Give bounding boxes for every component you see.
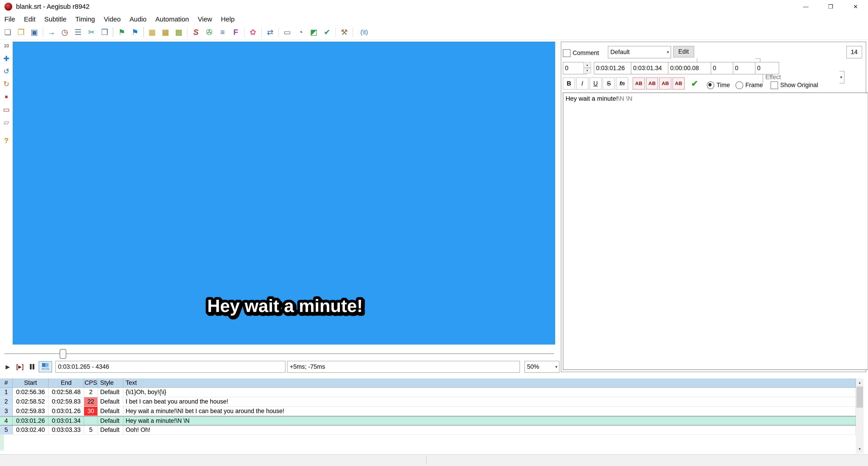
secondary-color-button[interactable]: AB [646,77,658,90]
video-position-display[interactable] [55,361,285,373]
seek-thumb[interactable] [60,349,66,359]
show-original-group[interactable]: Show Original [771,80,818,90]
visual-scale-tool[interactable]: ■ [1,91,12,103]
fonts-collector-button[interactable]: F [229,26,243,39]
video-zoom-select[interactable]: 50% ▾ [524,361,560,373]
close-button[interactable]: ✕ [843,0,868,13]
subtitle-text-editor[interactable]: Hey wait a minute!\N \N [563,92,868,370]
time-radio[interactable] [707,82,714,89]
menu-file[interactable]: File [0,13,20,25]
subtitle-row-5[interactable]: 5 0:03:02.40 0:03:03.33 5 Default Ooh! O… [0,426,856,435]
menu-help[interactable]: Help [217,13,239,25]
scroll-up-button[interactable]: ▲ [856,378,864,387]
select-lines-button[interactable]: ☰ [71,26,85,39]
minimize-button[interactable]: — [793,0,818,13]
menu-timing[interactable]: Timing [71,13,99,25]
menu-edit[interactable]: Edit [20,13,40,25]
visual-drag-tool[interactable]: ✚ [1,53,12,64]
start-time-field[interactable] [594,62,633,75]
open-subtitles-button[interactable]: ❐ [14,26,28,39]
col-header-start[interactable]: Start [13,378,49,388]
frame-radio-group[interactable]: Frame [736,80,763,90]
show-original-checkbox[interactable] [771,82,778,89]
bold-button[interactable]: B [563,77,575,90]
shift-start-to-frame-button[interactable]: ▦ [146,26,159,39]
menu-view[interactable]: View [193,13,216,25]
comment-checkbox-group[interactable]: Comment [563,48,599,57]
video-seek-bar[interactable] [4,349,554,358]
translation-assistant-button[interactable]: ⇄ [264,26,277,39]
menu-audio[interactable]: Audio [125,13,151,25]
scrollbar-thumb[interactable] [857,387,863,408]
underline-button[interactable]: U [590,77,602,90]
menu-subtitle[interactable]: Subtitle [40,13,71,25]
play-selection-button[interactable]: [ ▶ ] [14,361,26,372]
shift-end-to-frame-button[interactable]: ▦ [159,26,172,39]
frame-radio[interactable] [736,82,743,89]
margin-left-field[interactable] [711,62,735,75]
pause-button[interactable] [27,361,38,372]
properties-button[interactable]: ≡ [216,26,229,39]
subtitle-row-3[interactable]: 3 0:02:59.83 0:03:01.26 30 Default Hey w… [0,407,856,416]
jump-to-button[interactable]: → [45,26,58,39]
end-time-field[interactable] [631,62,671,75]
snap-end-to-video-button[interactable]: ⚑ [128,26,142,39]
visual-clip-tool[interactable]: ▭ [1,104,12,115]
menu-automation[interactable]: Automation [151,13,193,25]
font-face-button[interactable]: fn [616,77,628,90]
menu-video[interactable]: Video [99,13,125,25]
layer-field[interactable] [563,62,586,75]
subtitle-row-1[interactable]: 1 0:02:56.36 0:02:58.48 2 Default {\i1}O… [0,388,856,397]
italic-button[interactable]: I [576,77,588,90]
margin-vertical-field[interactable] [755,62,779,75]
grid-scrollbar[interactable]: ▲ ▼ [856,378,864,453]
subtitle-row-2[interactable]: 2 0:02:58.52 0:02:59.83 22 Default I bet… [0,397,856,407]
snap-start-to-video-button[interactable]: ⚑ [115,26,128,39]
shift-times-button[interactable]: ◷ [58,26,71,39]
strikeout-button[interactable]: S [602,77,615,90]
help-button[interactable]: ? [1,135,12,146]
kanji-timer-button[interactable]: ◩ [307,26,320,39]
maximize-button[interactable]: ❐ [818,0,843,13]
video-zoom-indicator[interactable]: 10 [1,40,12,52]
shadow-color-button[interactable]: AB [673,77,685,90]
styling-assistant-button[interactable]: ✿ [246,26,260,39]
layer-spin-down[interactable]: ▼ [583,68,591,74]
new-subtitles-button[interactable]: ❏ [1,26,14,39]
col-header-cps[interactable]: CPS [84,378,98,388]
primary-color-button[interactable]: AB [633,77,645,90]
time-radio-group[interactable]: Time [707,80,730,90]
video-display[interactable]: Hey wait a minute! [13,41,555,345]
comment-checkbox[interactable] [563,49,570,57]
play-button[interactable]: ▶ [2,361,13,372]
style-select[interactable]: Default ▾ [608,46,671,58]
col-header-text[interactable]: Text [123,378,856,388]
edit-style-button[interactable]: Edit [673,46,694,57]
margin-right-field[interactable] [733,62,757,75]
keyframe-distance-display[interactable] [287,361,520,373]
visual-rotate-xy-tool[interactable]: ↻ [1,79,12,90]
save-subtitles-button[interactable]: ▣ [28,26,41,39]
attachments-button[interactable]: ✇ [203,26,216,39]
automation-button[interactable]: ⚒ [338,26,351,39]
commit-button[interactable]: ✔ [688,77,702,90]
styles-manager-button[interactable]: S [189,26,203,39]
subtitle-row-4-selected[interactable]: 4 0:03:01.26 0:03:01.34 Default Hey wait… [0,416,856,426]
snap-to-scene-button[interactable]: ▩ [172,26,185,39]
col-header-end[interactable]: End [49,378,84,388]
layer-spin-up[interactable]: ▲ [583,62,591,68]
col-header-number[interactable]: # [0,378,13,388]
spell-checker-button[interactable]: ✔ [320,26,334,39]
col-header-style[interactable]: Style [98,378,123,388]
resample-resolution-button[interactable]: ▭ [281,26,294,39]
outline-color-button[interactable]: AB [659,77,671,90]
timing-post-processor-button[interactable]: ◔ [294,26,307,39]
copy-lines-button[interactable]: ❒ [98,26,111,39]
scroll-down-button[interactable]: ▼ [856,445,864,453]
cut-lines-button[interactable]: ✂ [85,26,98,39]
auto-scroll-toggle[interactable]: AUTO [39,361,52,372]
visual-vector-clip-tool[interactable]: ▱ [1,117,12,128]
transform-tag-button[interactable]: (\t) [355,26,373,39]
duration-field[interactable] [668,62,712,75]
visual-rotate-z-tool[interactable]: ↺ [1,66,12,77]
